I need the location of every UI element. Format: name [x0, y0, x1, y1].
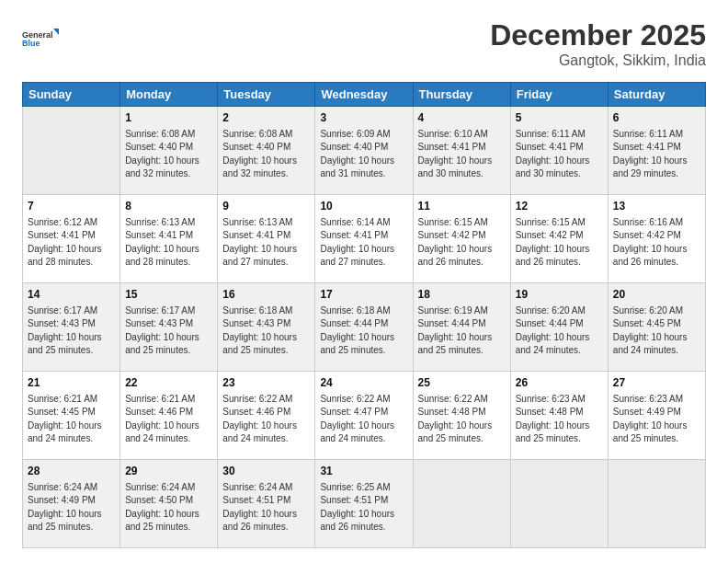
day-info: Sunrise: 6:08 AM Sunset: 4:40 PM Dayligh…	[125, 128, 212, 181]
svg-marker-2	[53, 29, 59, 35]
calendar-cell: 28Sunrise: 6:24 AM Sunset: 4:49 PM Dayli…	[23, 460, 120, 548]
calendar-cell	[413, 460, 510, 548]
day-info: Sunrise: 6:11 AM Sunset: 4:41 PM Dayligh…	[516, 128, 603, 181]
calendar-cell: 21Sunrise: 6:21 AM Sunset: 4:45 PM Dayli…	[23, 372, 120, 460]
day-number: 10	[320, 199, 407, 214]
day-info: Sunrise: 6:21 AM Sunset: 4:45 PM Dayligh…	[28, 393, 115, 446]
day-info: Sunrise: 6:24 AM Sunset: 4:49 PM Dayligh…	[28, 481, 115, 534]
location-subtitle: Gangtok, Sikkim, India	[490, 52, 706, 69]
day-info: Sunrise: 6:09 AM Sunset: 4:40 PM Dayligh…	[320, 128, 407, 181]
day-number: 4	[418, 110, 506, 126]
calendar-cell	[510, 460, 608, 548]
page: General Blue December 2025 Gangtok, Sikk…	[0, 0, 728, 563]
calendar-cell: 1Sunrise: 6:08 AM Sunset: 4:40 PM Daylig…	[120, 107, 218, 195]
logo: General Blue	[22, 18, 59, 59]
day-number: 29	[125, 464, 212, 479]
day-number: 8	[125, 199, 212, 214]
calendar-cell: 3Sunrise: 6:09 AM Sunset: 4:40 PM Daylig…	[315, 107, 413, 195]
calendar-cell: 13Sunrise: 6:16 AM Sunset: 4:42 PM Dayli…	[608, 195, 705, 283]
day-number: 2	[222, 110, 310, 126]
calendar-cell: 26Sunrise: 6:23 AM Sunset: 4:48 PM Dayli…	[510, 372, 608, 460]
day-info: Sunrise: 6:20 AM Sunset: 4:44 PM Dayligh…	[516, 304, 603, 358]
day-info: Sunrise: 6:24 AM Sunset: 4:50 PM Dayligh…	[125, 481, 212, 534]
calendar-cell: 4Sunrise: 6:10 AM Sunset: 4:41 PM Daylig…	[413, 107, 510, 195]
calendar-cell: 24Sunrise: 6:22 AM Sunset: 4:47 PM Dayli…	[315, 372, 413, 460]
calendar-cell: 7Sunrise: 6:12 AM Sunset: 4:41 PM Daylig…	[23, 195, 120, 283]
calendar-cell: 27Sunrise: 6:23 AM Sunset: 4:49 PM Dayli…	[608, 372, 705, 460]
calendar-cell: 30Sunrise: 6:24 AM Sunset: 4:51 PM Dayli…	[218, 460, 315, 548]
calendar-week-row: 21Sunrise: 6:21 AM Sunset: 4:45 PM Dayli…	[23, 372, 706, 460]
day-number: 20	[613, 287, 700, 303]
calendar-day-header: Thursday	[413, 83, 510, 107]
day-info: Sunrise: 6:18 AM Sunset: 4:44 PM Dayligh…	[320, 304, 407, 358]
day-info: Sunrise: 6:16 AM Sunset: 4:42 PM Dayligh…	[613, 216, 700, 270]
day-info: Sunrise: 6:22 AM Sunset: 4:48 PM Dayligh…	[418, 393, 506, 446]
day-number: 17	[320, 287, 407, 303]
calendar-cell: 12Sunrise: 6:15 AM Sunset: 4:42 PM Dayli…	[510, 195, 608, 283]
day-number: 24	[320, 375, 407, 391]
calendar-cell: 16Sunrise: 6:18 AM Sunset: 4:43 PM Dayli…	[218, 283, 315, 372]
day-info: Sunrise: 6:13 AM Sunset: 4:41 PM Dayligh…	[222, 216, 310, 270]
day-number: 22	[125, 375, 212, 391]
day-info: Sunrise: 6:15 AM Sunset: 4:42 PM Dayligh…	[516, 216, 603, 270]
calendar-cell: 22Sunrise: 6:21 AM Sunset: 4:46 PM Dayli…	[120, 372, 218, 460]
calendar-day-header: Wednesday	[315, 83, 413, 107]
calendar-day-header: Friday	[510, 83, 608, 107]
day-info: Sunrise: 6:19 AM Sunset: 4:44 PM Dayligh…	[418, 304, 506, 358]
day-info: Sunrise: 6:15 AM Sunset: 4:42 PM Dayligh…	[418, 216, 506, 270]
calendar-cell: 2Sunrise: 6:08 AM Sunset: 4:40 PM Daylig…	[218, 107, 315, 195]
day-number: 5	[516, 110, 603, 126]
calendar-cell: 18Sunrise: 6:19 AM Sunset: 4:44 PM Dayli…	[413, 283, 510, 372]
general-blue-logo-icon: General Blue	[22, 18, 59, 59]
day-info: Sunrise: 6:20 AM Sunset: 4:45 PM Dayligh…	[613, 304, 700, 358]
calendar-day-header: Sunday	[23, 83, 120, 107]
calendar-day-header: Tuesday	[218, 83, 315, 107]
calendar-cell: 6Sunrise: 6:11 AM Sunset: 4:41 PM Daylig…	[608, 107, 705, 195]
calendar-cell	[608, 460, 705, 548]
day-number: 6	[613, 110, 700, 126]
day-number: 16	[222, 287, 310, 303]
calendar-cell: 5Sunrise: 6:11 AM Sunset: 4:41 PM Daylig…	[510, 107, 608, 195]
day-info: Sunrise: 6:25 AM Sunset: 4:51 PM Dayligh…	[320, 481, 407, 534]
day-info: Sunrise: 6:13 AM Sunset: 4:41 PM Dayligh…	[125, 216, 212, 270]
day-info: Sunrise: 6:17 AM Sunset: 4:43 PM Dayligh…	[125, 304, 212, 358]
svg-text:General: General	[22, 30, 53, 40]
day-number: 14	[28, 287, 115, 303]
day-number: 25	[418, 375, 506, 391]
title-block: December 2025 Gangtok, Sikkim, India	[490, 18, 706, 69]
calendar-cell: 15Sunrise: 6:17 AM Sunset: 4:43 PM Dayli…	[120, 283, 218, 372]
day-number: 3	[320, 110, 407, 126]
calendar-cell: 9Sunrise: 6:13 AM Sunset: 4:41 PM Daylig…	[218, 195, 315, 283]
day-number: 30	[222, 464, 310, 479]
day-number: 1	[125, 110, 212, 126]
calendar-day-header: Saturday	[608, 83, 705, 107]
calendar-cell: 29Sunrise: 6:24 AM Sunset: 4:50 PM Dayli…	[120, 460, 218, 548]
day-info: Sunrise: 6:12 AM Sunset: 4:41 PM Dayligh…	[28, 216, 115, 270]
day-info: Sunrise: 6:22 AM Sunset: 4:46 PM Dayligh…	[222, 393, 310, 446]
calendar-day-header: Monday	[120, 83, 218, 107]
calendar-week-row: 28Sunrise: 6:24 AM Sunset: 4:49 PM Dayli…	[23, 460, 706, 548]
day-number: 23	[222, 375, 310, 391]
day-info: Sunrise: 6:24 AM Sunset: 4:51 PM Dayligh…	[222, 481, 310, 534]
calendar-cell: 17Sunrise: 6:18 AM Sunset: 4:44 PM Dayli…	[315, 283, 413, 372]
day-info: Sunrise: 6:23 AM Sunset: 4:49 PM Dayligh…	[613, 393, 700, 446]
day-info: Sunrise: 6:18 AM Sunset: 4:43 PM Dayligh…	[222, 304, 310, 358]
calendar-cell: 19Sunrise: 6:20 AM Sunset: 4:44 PM Dayli…	[510, 283, 608, 372]
day-info: Sunrise: 6:23 AM Sunset: 4:48 PM Dayligh…	[516, 393, 603, 446]
calendar-week-row: 1Sunrise: 6:08 AM Sunset: 4:40 PM Daylig…	[23, 107, 706, 195]
day-number: 28	[28, 464, 115, 479]
calendar-cell: 20Sunrise: 6:20 AM Sunset: 4:45 PM Dayli…	[608, 283, 705, 372]
day-number: 21	[28, 375, 115, 391]
day-number: 9	[222, 199, 310, 214]
day-info: Sunrise: 6:17 AM Sunset: 4:43 PM Dayligh…	[28, 304, 115, 358]
day-info: Sunrise: 6:14 AM Sunset: 4:41 PM Dayligh…	[320, 216, 407, 270]
day-number: 18	[418, 287, 506, 303]
day-number: 15	[125, 287, 212, 303]
day-number: 13	[613, 199, 700, 214]
calendar-cell: 23Sunrise: 6:22 AM Sunset: 4:46 PM Dayli…	[218, 372, 315, 460]
calendar-week-row: 7Sunrise: 6:12 AM Sunset: 4:41 PM Daylig…	[23, 195, 706, 283]
day-info: Sunrise: 6:21 AM Sunset: 4:46 PM Dayligh…	[125, 393, 212, 446]
calendar-cell	[23, 107, 120, 195]
calendar-cell: 10Sunrise: 6:14 AM Sunset: 4:41 PM Dayli…	[315, 195, 413, 283]
day-number: 7	[28, 199, 115, 214]
